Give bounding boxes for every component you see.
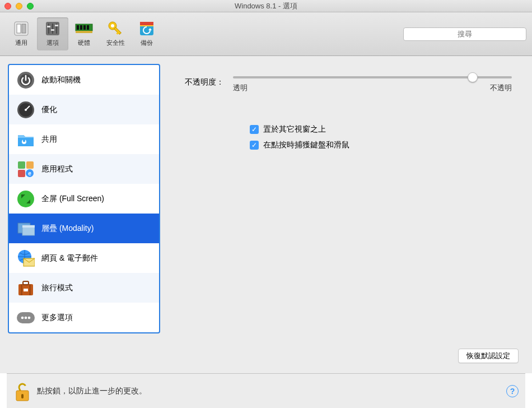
main: 啟動和關機 優化 共用 e 應用程式 全屏 (Full Screen) 層疊 (… xyxy=(0,56,532,373)
svg-rect-4 xyxy=(48,24,49,34)
minimize-window-button[interactable] xyxy=(16,3,22,10)
sidebar-item-share[interactable]: 共用 xyxy=(9,124,159,154)
svg-rect-51 xyxy=(21,394,24,398)
svg-rect-14 xyxy=(87,25,89,30)
sidebar-item-web-mail[interactable]: 網頁 & 電子郵件 xyxy=(9,243,159,273)
svg-rect-22 xyxy=(140,25,153,26)
sidebar-item-travel[interactable]: 旅行模式 xyxy=(9,273,159,303)
toolbar-hardware[interactable]: 硬體 xyxy=(68,17,100,50)
opacity-slider[interactable]: 透明 不透明 xyxy=(233,72,512,93)
apps-icon: e xyxy=(17,160,35,178)
toolbar-options[interactable]: 選項 xyxy=(37,17,68,50)
lock-text: 點按鎖，以防止進一步的更改。 xyxy=(37,386,147,396)
svg-rect-7 xyxy=(47,26,50,27)
svg-rect-44 xyxy=(29,284,31,295)
toolbar-general[interactable]: 通用 xyxy=(6,17,37,50)
svg-rect-8 xyxy=(51,29,54,31)
switch-icon xyxy=(12,20,30,38)
close-window-button[interactable] xyxy=(4,3,11,10)
window-controls xyxy=(4,3,34,10)
toolbar: 通用 選項 硬體 安全性 備份 xyxy=(0,12,532,56)
svg-point-49 xyxy=(28,316,31,319)
unlock-icon[interactable] xyxy=(13,382,30,401)
sidebar-item-apps[interactable]: e 應用程式 xyxy=(9,154,159,184)
svg-rect-1 xyxy=(17,24,21,33)
ellipsis-icon xyxy=(17,309,35,327)
svg-point-17 xyxy=(111,24,114,27)
svg-rect-13 xyxy=(83,25,86,30)
toolbar-backup[interactable]: 備份 xyxy=(131,17,162,50)
search-wrap xyxy=(403,27,526,41)
sidebar-item-modality[interactable]: 層疊 (Modality) xyxy=(9,214,159,243)
window-title: Windows 8.1 - 選項 xyxy=(0,1,532,11)
slider-min-label: 透明 xyxy=(233,83,248,93)
checkbox-capture-input-label: 在點按時捕獲鍵盤和滑鼠 xyxy=(263,140,349,150)
sidebar-item-fullscreen[interactable]: 全屏 (Full Screen) xyxy=(9,184,159,214)
restore-defaults-button[interactable]: 恢復默認設定 xyxy=(458,349,519,363)
settings-pane: 不透明度： 透明 不透明 ✓ 置於其它視窗之上 ✓ 在點按時捕獲鍵盤和滑鼠 xyxy=(160,56,532,373)
sliders-icon xyxy=(44,20,62,38)
svg-rect-15 xyxy=(76,31,92,33)
svg-rect-2 xyxy=(22,24,26,33)
backup-icon xyxy=(138,20,156,38)
key-icon xyxy=(106,20,124,38)
svg-rect-21 xyxy=(140,22,153,25)
svg-rect-29 xyxy=(23,140,25,142)
fullscreen-icon xyxy=(17,190,35,208)
checkbox-on-top-label: 置於其它視窗之上 xyxy=(263,124,326,135)
svg-point-35 xyxy=(17,191,34,207)
help-button[interactable]: ? xyxy=(506,385,519,397)
sidebar: 啟動和關機 優化 共用 e 應用程式 全屏 (Full Screen) 層疊 (… xyxy=(8,64,160,333)
gauge-icon xyxy=(17,101,35,119)
svg-rect-12 xyxy=(80,25,82,30)
svg-rect-11 xyxy=(77,25,79,30)
globe-mail-icon xyxy=(17,249,35,267)
folder-icon xyxy=(17,131,35,149)
power-icon xyxy=(17,71,35,89)
svg-rect-43 xyxy=(21,284,22,295)
ram-icon xyxy=(75,20,93,38)
svg-text:e: e xyxy=(28,170,31,177)
opacity-label: 不透明度： xyxy=(177,77,233,87)
checkbox-on-top[interactable]: ✓ xyxy=(250,125,259,134)
footer: 點按鎖，以防止進一步的更改。 ? xyxy=(7,373,525,408)
sidebar-item-optimize[interactable]: 優化 xyxy=(9,95,159,124)
svg-rect-31 xyxy=(26,161,34,169)
zoom-window-button[interactable] xyxy=(27,3,34,10)
slider-max-label: 不透明 xyxy=(490,83,512,93)
svg-point-48 xyxy=(25,316,27,319)
sidebar-item-more[interactable]: 更多選項 xyxy=(9,303,159,332)
suitcase-icon xyxy=(17,279,35,297)
svg-rect-5 xyxy=(52,24,53,34)
checkbox-capture-input[interactable]: ✓ xyxy=(250,141,259,150)
windows-stack-icon xyxy=(17,220,35,238)
svg-rect-32 xyxy=(18,170,25,177)
sidebar-item-startup[interactable]: 啟動和關機 xyxy=(9,65,159,95)
svg-rect-30 xyxy=(18,161,25,169)
svg-rect-45 xyxy=(24,289,28,291)
svg-point-27 xyxy=(25,109,27,111)
search-input[interactable] xyxy=(403,27,526,41)
titlebar: Windows 8.1 - 選項 xyxy=(0,0,532,12)
svg-point-47 xyxy=(21,316,24,319)
slider-thumb[interactable] xyxy=(468,72,478,82)
toolbar-security[interactable]: 安全性 xyxy=(100,17,131,50)
svg-rect-38 xyxy=(22,225,35,228)
svg-rect-9 xyxy=(55,25,58,26)
svg-rect-42 xyxy=(23,281,29,285)
